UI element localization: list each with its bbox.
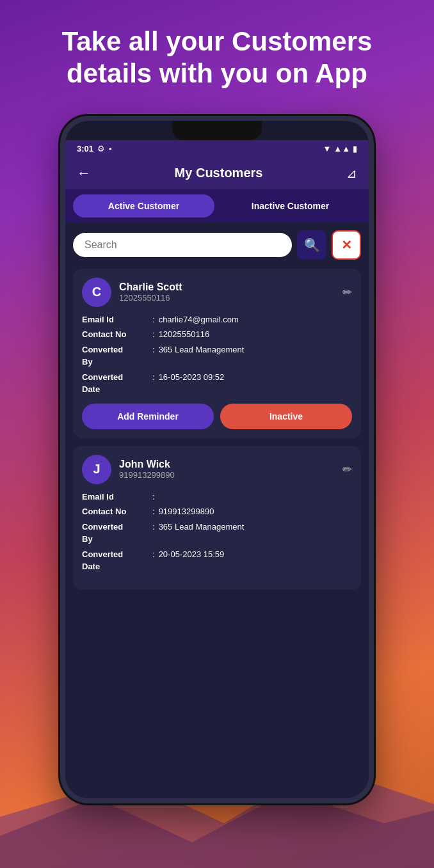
app-bar: ← My Customers ⊿: [65, 157, 369, 189]
search-button[interactable]: 🔍: [297, 230, 326, 260]
customer-card-charlie: C Charlie Scott 12025550116 ✏ Email Id :…: [73, 269, 361, 438]
app-bar-title: My Customers: [175, 166, 263, 180]
customer-card-john: J John Wick 919913299890 ✏ Email Id :: [73, 446, 361, 590]
email-label-john: Email Id: [82, 491, 152, 503]
add-reminder-button-charlie[interactable]: Add Reminder: [82, 404, 214, 429]
back-button[interactable]: ←: [77, 165, 91, 182]
card-details-john: Email Id : Contact No : 919913299890 Con…: [82, 491, 352, 573]
card-details-charlie: Email Id : charlie74@gmail.com Contact N…: [82, 313, 352, 396]
customer-phone-john: 919913299890: [119, 470, 175, 480]
hero-title: Take all your Customers details with you…: [0, 0, 434, 109]
search-input-wrap[interactable]: [73, 233, 292, 257]
content-area: 🔍 ✕ C Charlie Scott 12025550116 ✏: [65, 223, 369, 798]
settings-icon: ⚙: [97, 144, 105, 154]
inactive-button-charlie[interactable]: Inactive: [220, 404, 352, 429]
customer-phone-charlie: 12025550116: [119, 293, 182, 303]
converted-by-value-charlie: 365 Lead Management: [159, 343, 352, 356]
converted-by-label: ConvertedBy: [82, 343, 152, 368]
search-icon: 🔍: [304, 237, 320, 253]
tabs-container: Active Customer Inactive Customer: [65, 189, 369, 223]
tab-inactive-customer[interactable]: Inactive Customer: [220, 194, 361, 217]
phone-mockup: 3:01 ⚙ ▪ ▼ ▲▲ ▮ ← My Customers ⊿ Active …: [60, 116, 374, 803]
avatar-charlie: C: [82, 278, 111, 307]
clear-button[interactable]: ✕: [332, 230, 361, 260]
contact-value-john: 919913299890: [159, 505, 352, 518]
search-row: 🔍 ✕: [73, 230, 361, 260]
signal-icon: ▲▲: [334, 144, 350, 154]
email-label: Email Id: [82, 313, 152, 326]
card-actions-charlie: Add Reminder Inactive: [82, 404, 352, 429]
edit-button-charlie[interactable]: ✏: [342, 285, 352, 299]
status-bar: 3:01 ⚙ ▪ ▼ ▲▲ ▮: [65, 140, 369, 157]
edit-button-john[interactable]: ✏: [342, 462, 352, 477]
converted-date-value-charlie: 16-05-2023 09:52: [159, 371, 352, 384]
converted-by-label-john: ConvertedBy: [82, 521, 152, 546]
customer-name-john: John Wick: [119, 459, 175, 470]
contact-value-charlie: 12025550116: [159, 328, 352, 341]
contact-label: Contact No: [82, 328, 152, 341]
wifi-icon: ▼: [323, 144, 331, 154]
converted-date-label-john: ConvertedDate: [82, 548, 152, 573]
converted-by-value-john: 365 Lead Management: [159, 521, 352, 533]
close-icon: ✕: [341, 237, 352, 253]
battery-icon: ▮: [353, 144, 357, 154]
avatar-john: J: [82, 455, 111, 484]
converted-date-value-john: 20-05-2023 15:59: [159, 548, 352, 561]
customer-name-charlie: Charlie Scott: [119, 281, 182, 293]
filter-button[interactable]: ⊿: [346, 166, 357, 181]
phone-notch: [172, 121, 262, 140]
screen-icon: ▪: [109, 144, 112, 154]
email-value-charlie: charlie74@gmail.com: [159, 313, 352, 326]
contact-label-john: Contact No: [82, 505, 152, 518]
converted-date-label: ConvertedDate: [82, 371, 152, 396]
tab-active-customer[interactable]: Active Customer: [73, 194, 214, 217]
search-input[interactable]: [84, 239, 280, 251]
status-time: 3:01: [77, 144, 93, 154]
